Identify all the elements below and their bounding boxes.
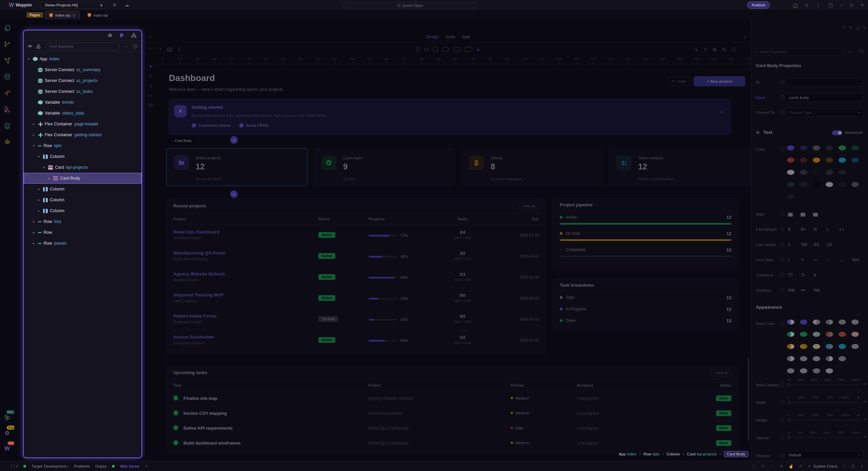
- chevron-icon[interactable]: ▸: [37, 209, 41, 212]
- tree-item-lists[interactable]: ▸•••Rowlists: [24, 216, 141, 227]
- help-icon[interactable]: ?: [859, 49, 864, 54]
- color-swatch[interactable]: [813, 182, 820, 187]
- slider-knob[interactable]: [787, 436, 790, 439]
- breadcrumb-item[interactable]: Rowkpis: [644, 452, 659, 456]
- project-name-link[interactable]: Invoice Automation: [173, 334, 318, 340]
- kpi-card-active-projects[interactable]: Active projects12Across all clients: [166, 148, 308, 186]
- option-Tt[interactable]: Tt: [801, 273, 805, 278]
- tree-item-index[interactable]: ▾Appindex: [24, 54, 141, 64]
- refresh-icon[interactable]: ↻: [762, 464, 765, 469]
- project-row[interactable]: Manufacturing QA PortalAcme Manufacturin…: [166, 245, 546, 266]
- back-color-swatch[interactable]: [826, 368, 833, 373]
- git-icon[interactable]: [0, 38, 14, 50]
- theme-drop-icon[interactable]: [805, 3, 809, 7]
- robot-icon[interactable]: [0, 136, 14, 147]
- components-icon[interactable]: [36, 44, 41, 49]
- chevron-icon[interactable]: ▸: [32, 122, 36, 126]
- option-B[interactable]: B+: [801, 227, 806, 232]
- ink-diamond-icon[interactable]: ◇: [843, 464, 846, 469]
- maximize-button[interactable]: [850, 4, 853, 7]
- project-name-link[interactable]: Manufacturing QA Portal: [173, 250, 318, 255]
- breadcrumb-item[interactable]: Column: [667, 452, 680, 456]
- option-[interactable]: •••: [801, 288, 805, 293]
- kpi-card-clients[interactable]: Clients8Accounts managed: [461, 148, 603, 186]
- back-color-swatch[interactable]: [826, 356, 833, 361]
- view-all-button[interactable]: View all: [519, 202, 539, 210]
- clear-icon[interactable]: ✕: [863, 400, 866, 404]
- back-color-swatch[interactable]: [813, 344, 820, 349]
- back-color-swatch[interactable]: [813, 320, 820, 325]
- option-SM[interactable]: SM: [801, 242, 807, 247]
- tree-item-sc_tasks[interactable]: Server Connectsc_tasks: [24, 86, 141, 97]
- tree-item-status_data[interactable]: Variablestatus_data: [24, 108, 141, 119]
- view-all-button[interactable]: View all: [712, 369, 731, 376]
- slider-track[interactable]: [789, 402, 859, 403]
- breadcrumb-current[interactable]: Card Body: [724, 451, 748, 457]
- clear-icon[interactable]: ✕: [863, 435, 866, 439]
- close-button[interactable]: ✕: [861, 3, 864, 7]
- task-row[interactable]: ✓Finalize site mapAgency Website Refresh…: [166, 391, 738, 406]
- system-check-button[interactable]: ✓System Check: [808, 464, 837, 468]
- back-color-swatch[interactable]: [800, 332, 807, 337]
- extensions-icon[interactable]: Beta: [0, 412, 14, 423]
- find-elements-input[interactable]: [45, 43, 120, 50]
- color-swatch[interactable]: [839, 170, 846, 175]
- back-color-swatch[interactable]: [826, 320, 833, 325]
- tree-item-column[interactable]: ▸Column: [24, 205, 141, 216]
- option-[interactable]: ↔: [840, 258, 844, 262]
- convert-to-select[interactable]: Choose Type ... ▾: [785, 108, 863, 117]
- back-color-swatch[interactable]: [826, 344, 833, 349]
- chevron-icon[interactable]: ▸: [32, 242, 36, 245]
- tab-main-ejs[interactable]: 5 main.ejs: [83, 11, 112, 19]
- back-color-swatch[interactable]: [800, 344, 807, 349]
- breadcrumb-item[interactable]: Cardkpi-projects: [687, 452, 717, 456]
- chevron-icon[interactable]: ▾: [26, 57, 31, 61]
- slider-knob[interactable]: [787, 418, 790, 422]
- color-swatch[interactable]: [826, 170, 833, 175]
- color-swatch[interactable]: [787, 182, 794, 187]
- option-1[interactable]: 1: [788, 242, 790, 247]
- tree-item-column[interactable]: ▸Column: [24, 184, 141, 194]
- slider-knob[interactable]: [787, 383, 790, 386]
- back-color-swatch[interactable]: [787, 356, 794, 361]
- task-row[interactable]: ✓Invoice CSV mappingInvoice AutomationMe…: [166, 406, 738, 421]
- tree-view-icon[interactable]: [131, 33, 137, 38]
- clear-icon[interactable]: ✕: [863, 417, 866, 421]
- option-[interactable]: ✎: [801, 258, 804, 262]
- assistant-robot-icon[interactable]: [107, 33, 113, 38]
- pages-icon[interactable]: [0, 22, 14, 34]
- project-row[interactable]: Shipment Tracking MVPOrbit LogisticsActi…: [166, 287, 546, 308]
- quick-open-button[interactable]: Quick Open: [343, 2, 477, 9]
- sparkles-icon[interactable]: ✦: [780, 464, 783, 469]
- color-swatch[interactable]: [800, 145, 807, 150]
- color-swatch[interactable]: [787, 145, 794, 150]
- slider-knob[interactable]: [787, 401, 790, 404]
- slider-track[interactable]: [789, 385, 859, 385]
- option-BS[interactable]: BS: [814, 242, 819, 247]
- more-options-icon[interactable]: ···: [124, 44, 129, 49]
- back-color-swatch[interactable]: [787, 320, 794, 325]
- tree-item-column[interactable]: ▾Column: [24, 151, 141, 162]
- minimize-button[interactable]: –: [840, 3, 843, 7]
- project-name-link[interactable]: Patient Intake Forms: [173, 313, 318, 319]
- tab-index-ejs[interactable]: 5 index.ejs: [45, 11, 80, 19]
- option-[interactable]: ☞: [827, 258, 830, 262]
- database-icon[interactable]: [0, 71, 14, 82]
- color-swatch[interactable]: [800, 182, 807, 187]
- color-swatch[interactable]: [813, 158, 820, 163]
- tree-item-panels[interactable]: ▸•••Rowpanels: [24, 238, 141, 249]
- list-view-icon[interactable]: [119, 33, 125, 38]
- chevron-icon[interactable]: ▾: [37, 155, 41, 158]
- tree-item-row[interactable]: ▸•••Row: [24, 227, 141, 238]
- pages-badge[interactable]: Pages: [26, 12, 43, 18]
- back-color-swatch[interactable]: [839, 344, 846, 349]
- wappler-pro-icon[interactable]: WPro: [0, 443, 14, 454]
- slider-track[interactable]: [789, 420, 859, 420]
- add-element-button[interactable]: +: [230, 190, 238, 198]
- project-selector[interactable]: Demo Projects HQ ∨: [40, 1, 106, 9]
- project-row[interactable]: Patient Intake FormsBrightside HealthOn …: [166, 308, 546, 329]
- kpi-card-team-contacts[interactable]: Team contacts12People & stakeholders: [609, 148, 750, 186]
- tree-item-page-header[interactable]: ▸Flex Containerpage-header: [24, 119, 141, 129]
- chevron-up-icon[interactable]: ∧: [860, 464, 863, 469]
- layers-icon[interactable]: [0, 120, 14, 131]
